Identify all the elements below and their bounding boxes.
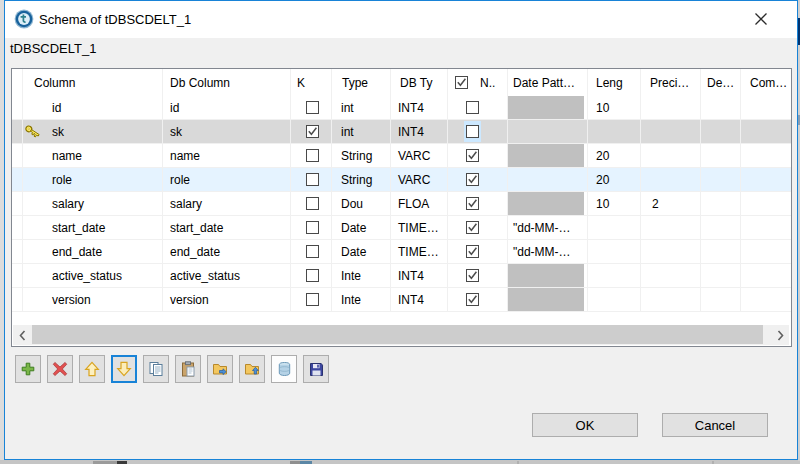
cell-key[interactable]	[291, 216, 332, 239]
key-checkbox[interactable]	[306, 125, 319, 138]
move-up-button[interactable]	[79, 355, 105, 383]
cell-column[interactable]: version	[23, 288, 163, 311]
cell-precision[interactable]	[641, 120, 701, 143]
cell-column[interactable]: role	[23, 168, 163, 191]
cell-db-type[interactable]: INT4	[391, 264, 448, 287]
cell-nullable[interactable]	[448, 168, 508, 191]
cell-pattern[interactable]	[508, 288, 588, 311]
cell-pattern[interactable]: "dd-MM-…	[508, 216, 588, 239]
key-checkbox[interactable]	[306, 221, 319, 234]
cell-key[interactable]	[291, 168, 332, 191]
cell-comment[interactable]	[741, 168, 791, 191]
ok-button[interactable]: OK	[532, 413, 638, 437]
scrollbar-thumb[interactable]	[32, 325, 763, 344]
cell-comment[interactable]	[741, 288, 791, 311]
cell-length[interactable]	[588, 240, 641, 263]
cell-length[interactable]	[588, 120, 641, 143]
cell-db-column[interactable]: name	[163, 144, 291, 167]
import-button[interactable]	[239, 355, 265, 383]
cell-column[interactable]: end_date	[23, 240, 163, 263]
cell-nullable[interactable]	[448, 120, 508, 143]
cell-key[interactable]	[291, 96, 332, 119]
scroll-left-button[interactable]	[13, 325, 31, 345]
cell-type[interactable]: Inte	[332, 264, 391, 287]
nullable-checkbox[interactable]	[466, 221, 479, 234]
nullable-checkbox[interactable]	[466, 173, 479, 186]
paste-button[interactable]	[175, 355, 201, 383]
cell-nullable[interactable]	[448, 144, 508, 167]
cell-comment[interactable]	[741, 96, 791, 119]
cell-db-column[interactable]: active_status	[163, 264, 291, 287]
cell-default[interactable]	[701, 168, 741, 191]
cancel-button[interactable]: Cancel	[662, 413, 768, 437]
cell-db-type[interactable]: INT4	[391, 288, 448, 311]
cell-type[interactable]: Date	[332, 216, 391, 239]
cell-type[interactable]: Date	[332, 240, 391, 263]
nullable-checkbox[interactable]	[466, 245, 479, 258]
cell-pattern[interactable]	[508, 192, 588, 215]
cell-column[interactable]: sk	[23, 120, 163, 143]
cell-db-column[interactable]: role	[163, 168, 291, 191]
cell-precision[interactable]	[641, 264, 701, 287]
nullable-checkbox[interactable]	[466, 269, 479, 282]
cell-db-type[interactable]: INT4	[391, 96, 448, 119]
cell-db-type[interactable]: FLOA	[391, 192, 448, 215]
cell-length[interactable]: 20	[588, 168, 641, 191]
cell-pattern[interactable]	[508, 96, 588, 119]
cell-key[interactable]	[291, 240, 332, 263]
cell-pattern[interactable]	[508, 168, 588, 191]
cell-precision[interactable]	[641, 288, 701, 311]
horizontal-scrollbar[interactable]	[13, 325, 789, 345]
cell-comment[interactable]	[741, 144, 791, 167]
cell-length[interactable]	[588, 264, 641, 287]
cell-type[interactable]: int	[332, 120, 391, 143]
cell-pattern[interactable]	[508, 120, 588, 143]
cell-db-type[interactable]: VARC	[391, 168, 448, 191]
cell-default[interactable]	[701, 240, 741, 263]
move-down-button[interactable]	[111, 355, 137, 383]
scroll-right-button[interactable]	[771, 325, 789, 345]
cell-pattern[interactable]: "dd-MM-…	[508, 240, 588, 263]
cell-db-column[interactable]: id	[163, 96, 291, 119]
key-checkbox[interactable]	[306, 269, 319, 282]
cell-nullable[interactable]	[448, 192, 508, 215]
nullable-checkbox[interactable]	[466, 197, 479, 210]
key-checkbox[interactable]	[306, 149, 319, 162]
cell-default[interactable]	[701, 288, 741, 311]
nullable-checkbox[interactable]	[466, 293, 479, 306]
cell-nullable[interactable]	[448, 264, 508, 287]
cell-key[interactable]	[291, 144, 332, 167]
cell-length[interactable]: 20	[588, 144, 641, 167]
cell-comment[interactable]	[741, 120, 791, 143]
cell-precision[interactable]	[641, 144, 701, 167]
cell-db-type[interactable]: INT4	[391, 120, 448, 143]
cell-precision[interactable]	[641, 240, 701, 263]
cell-default[interactable]	[701, 96, 741, 119]
table-row-start_date[interactable]: start_datestart_dateDateTIME…"dd-MM-…	[12, 216, 791, 240]
cell-pattern[interactable]	[508, 144, 588, 167]
cell-pattern[interactable]	[508, 264, 588, 287]
cell-type[interactable]: Inte	[332, 288, 391, 311]
export-button[interactable]	[207, 355, 233, 383]
cell-column[interactable]: salary	[23, 192, 163, 215]
table-row-active_status[interactable]: active_statusactive_statusInteINT4	[12, 264, 791, 288]
cell-default[interactable]	[701, 120, 741, 143]
cell-key[interactable]	[291, 288, 332, 311]
cell-comment[interactable]	[741, 264, 791, 287]
cell-default[interactable]	[701, 264, 741, 287]
key-checkbox[interactable]	[306, 173, 319, 186]
key-checkbox[interactable]	[306, 101, 319, 114]
cell-column[interactable]: active_status	[23, 264, 163, 287]
cell-column[interactable]: start_date	[23, 216, 163, 239]
cell-db-column[interactable]: sk	[163, 120, 291, 143]
cell-length[interactable]: 10	[588, 192, 641, 215]
add-button[interactable]	[15, 355, 41, 383]
cell-length[interactable]	[588, 288, 641, 311]
close-button[interactable]	[745, 3, 777, 35]
cell-key[interactable]	[291, 192, 332, 215]
cell-comment[interactable]	[741, 192, 791, 215]
cell-precision[interactable]: 2	[641, 192, 701, 215]
cell-type[interactable]: String	[332, 144, 391, 167]
cell-precision[interactable]	[641, 216, 701, 239]
cell-type[interactable]: int	[332, 96, 391, 119]
